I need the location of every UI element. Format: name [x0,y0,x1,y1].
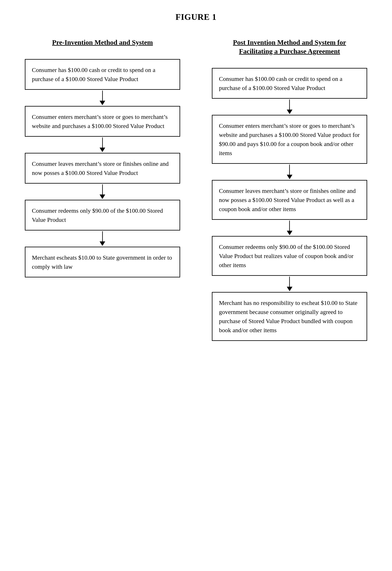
left-box-3: Consumer leaves merchant’s store or fini… [25,153,180,184]
arrow-line [102,184,103,195]
right-box-1: Consumer has $100.00 cash or credit to s… [212,68,367,99]
arrow-2 [99,137,105,152]
arrow-head [287,175,293,179]
right-column: Post Invention Method and System for Fac… [203,38,376,341]
arrow-line [289,277,290,287]
arrow-head [287,287,293,291]
arrow-head [99,148,105,152]
arrow-r1 [287,100,293,114]
arrow-line [289,221,290,231]
left-box-2: Consumer enters merchant’s store or goes… [25,106,180,137]
left-box-4: Consumer redeems only $90.00 of the $100… [25,200,180,230]
arrow-head [287,110,293,114]
arrow-r3 [287,221,293,235]
arrow-head [287,231,293,235]
left-box-1: Consumer has $100.00 cash or credit to s… [25,59,180,90]
arrow-line [289,165,290,175]
right-box-5: Merchant has no responsibility to eschea… [212,292,367,341]
right-flowchart: Consumer has $100.00 cash or credit to s… [203,68,376,341]
arrow-4 [99,231,105,246]
arrow-r2 [287,165,293,179]
arrow-head [99,195,105,199]
right-box-2: Consumer enters merchant’s store or goes… [212,115,367,164]
arrow-r4 [287,277,293,291]
right-box-4: Consumer redeems only $90.00 of the $100… [212,236,367,276]
arrow-1 [99,90,105,105]
left-box-5: Merchant escheats $10.00 to State govern… [25,247,180,277]
left-column: Pre-Invention Method and System Consumer… [16,38,189,277]
arrow-line [102,90,103,101]
arrow-head [99,241,105,246]
arrow-line [102,137,103,148]
right-box-3: Consumer leaves merchant’s store or fini… [212,180,367,220]
arrow-line [102,231,103,241]
page-title: FIGURE 1 [16,12,376,22]
right-column-title: Post Invention Method and System for Fac… [233,38,346,56]
arrow-3 [99,184,105,199]
arrow-head [99,101,105,105]
left-flowchart: Consumer has $100.00 cash or credit to s… [16,59,189,277]
arrow-line [289,100,290,110]
left-column-title: Pre-Invention Method and System [52,38,153,47]
